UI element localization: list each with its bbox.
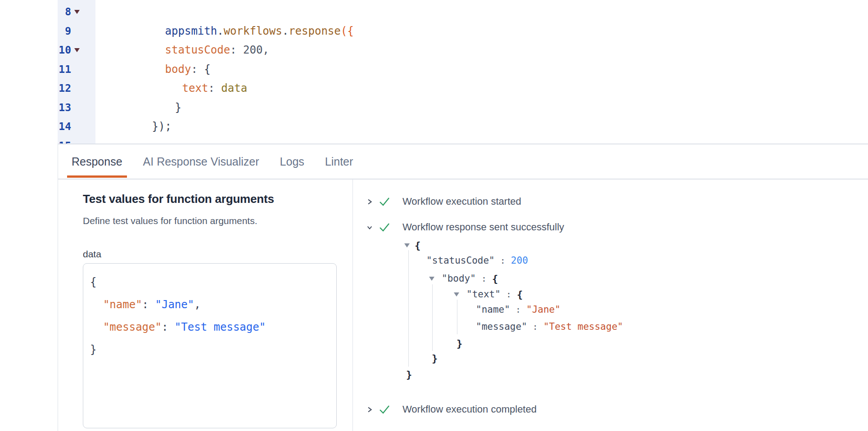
line-number: 8 (58, 6, 71, 18)
collapse-triangle-icon[interactable] (404, 243, 410, 247)
tab-label: Logs (280, 155, 304, 168)
tree-brace: { (492, 273, 498, 284)
json-token: , (194, 298, 200, 311)
editor-gutter: 8 9 10 11 12 13 (58, 0, 95, 144)
collapse-triangle-icon[interactable] (454, 292, 459, 296)
json-token: "message" (103, 321, 162, 333)
line-number: 13 (58, 102, 71, 113)
code-token: statusCode (165, 44, 231, 56)
json-token: "Jane" (155, 298, 194, 311)
tree-row-message: "message" : "Test message" (476, 320, 623, 333)
tab-label: AI Response Visualizer (143, 155, 259, 168)
code-fold-icon[interactable] (74, 48, 80, 52)
tree-separator: : (510, 304, 526, 315)
code-token: } (175, 101, 181, 114)
chevron-down-icon[interactable] (366, 224, 373, 231)
tree-string-value: "Test message" (543, 321, 623, 332)
json-token: { (90, 276, 96, 288)
event-row-execution-started[interactable]: Workflow execution started (353, 195, 868, 208)
tree-separator: : (501, 289, 517, 300)
event-row-execution-completed[interactable]: Workflow execution completed (353, 403, 868, 416)
collapse-triangle-icon[interactable] (429, 277, 434, 281)
code-line[interactable]: }); (100, 98, 868, 117)
tree-row-name: "name" : "Jane" (476, 303, 561, 316)
line-number: 12 (58, 82, 71, 94)
tab-logs[interactable]: Logs (280, 144, 304, 179)
code-line[interactable]: appsmith.workflows.response({ (100, 2, 868, 22)
event-label: Workflow response sent successfully (402, 221, 564, 233)
gutter-row: 15 (58, 136, 95, 144)
tree-separator: : (476, 273, 492, 284)
code-token: { (204, 63, 210, 76)
event-label: Workflow execution completed (402, 404, 537, 415)
line-number: 15 (58, 140, 71, 144)
success-check-icon (379, 197, 390, 207)
tree-number-value: 200 (511, 255, 528, 266)
tree-key: "body" (442, 273, 476, 284)
code-token: { (347, 25, 353, 37)
code-line[interactable] (100, 136, 868, 144)
tree-brace: } (457, 338, 462, 349)
json-token: "name" (103, 298, 142, 311)
gutter-row: 14 (58, 117, 95, 136)
line-number: 11 (58, 63, 71, 75)
tab-label: Response (72, 155, 122, 168)
response-panes: Test values for function arguments Defin… (58, 180, 868, 431)
success-check-icon (379, 222, 390, 232)
execution-log-panel: Workflow execution started Workflow resp… (353, 180, 868, 431)
code-token: . (282, 25, 289, 37)
code-area[interactable]: appsmith.workflows.response({ statusCode… (100, 2, 868, 144)
code-token: , (262, 44, 269, 56)
tab-label: Linter (325, 155, 353, 168)
tab-linter[interactable]: Linter (325, 144, 353, 179)
code-token: appsmith (165, 25, 217, 37)
code-line[interactable] (100, 117, 868, 136)
line-number: 9 (58, 25, 71, 37)
gutter-row: 13 (58, 98, 95, 117)
chevron-right-icon[interactable] (366, 198, 373, 206)
tree-separator: : (527, 321, 543, 332)
tree-string-value: "Jane" (526, 304, 561, 315)
json-token (90, 321, 103, 333)
tree-row-statuscode: "statusCode" : 200 (426, 254, 528, 267)
tree-guide-line (408, 250, 409, 367)
tree-brace: { (517, 289, 523, 300)
json-line: "message": "Test message" (90, 316, 336, 338)
tree-row-close: } (457, 337, 462, 350)
tree-row-root: { (404, 238, 420, 252)
json-line: } (90, 338, 336, 361)
workflow-editor-screen: 8 9 10 11 12 13 (0, 0, 868, 431)
event-row-response-sent[interactable]: Workflow response sent successfully (353, 220, 868, 234)
chevron-right-icon[interactable] (366, 406, 373, 413)
gutter-row: 9 (58, 22, 95, 41)
json-token: "Test message" (175, 321, 266, 333)
code-token: 200 (243, 44, 262, 56)
tree-key: "statusCode" (426, 255, 495, 266)
json-token: } (90, 343, 96, 356)
fold-spacer (74, 67, 80, 71)
code-token: text (182, 82, 208, 94)
tree-row-body: "body" : { (429, 272, 498, 285)
bottom-panel: Response AI Response Visualizer Logs Lin… (58, 144, 868, 431)
code-fold-icon[interactable] (74, 10, 80, 14)
data-field-label: data (83, 249, 353, 259)
code-token: : (208, 82, 221, 94)
code-token: : (191, 63, 204, 76)
code-token: body (165, 63, 191, 76)
code-editor[interactable]: 8 9 10 11 12 13 (58, 0, 868, 144)
gutter-row: 12 (58, 79, 95, 98)
tree-guide-line (457, 300, 457, 334)
active-tab-indicator (67, 175, 127, 178)
code-line[interactable]: text: data (100, 60, 868, 79)
tab-ai-response-visualizer[interactable]: AI Response Visualizer (143, 144, 259, 179)
json-token: : (142, 298, 155, 311)
fold-spacer (74, 125, 80, 129)
gutter-row: 10 (58, 40, 95, 60)
tree-row-close: } (406, 368, 412, 381)
tree-brace: { (415, 240, 420, 251)
tab-response[interactable]: Response (72, 144, 122, 179)
tree-key: "text" (466, 289, 501, 300)
code-token: workflows (224, 25, 282, 37)
data-field-input[interactable]: { "name": "Jane", "message": "Test messa… (83, 263, 337, 428)
response-tab-bar: Response AI Response Visualizer Logs Lin… (58, 144, 868, 180)
